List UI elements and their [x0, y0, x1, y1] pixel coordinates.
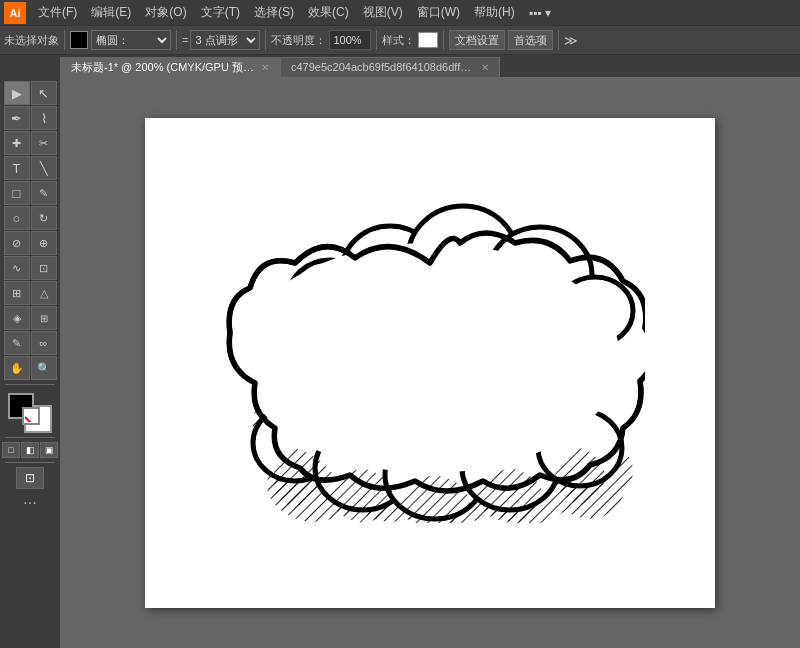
menu-bar: Ai 文件(F) 编辑(E) 对象(O) 文字(T) 选择(S) 效果(C) 视… — [0, 0, 800, 25]
tool-row-7: ⊘ ⊕ — [4, 231, 57, 255]
menu-extra[interactable]: ▪▪▪ ▾ — [523, 4, 557, 22]
preferences-button[interactable]: 首选项 — [508, 30, 553, 50]
color-area[interactable] — [8, 393, 52, 433]
ellipse-tool[interactable]: ○ — [4, 206, 30, 230]
sep4 — [376, 30, 377, 50]
tool-row-1: ▶ ↖ — [4, 81, 57, 105]
normal-screen-btn[interactable]: □ — [2, 442, 20, 458]
toolbox: ▶ ↖ ✒ ⌇ ✚ ✂ T ╲ □ ✎ ○ ↻ ⊘ ⊕ ∿ ⊡ — [0, 77, 60, 648]
tool-sep-3 — [5, 462, 55, 463]
hand-tool[interactable]: ✋ — [4, 356, 30, 380]
menu-select[interactable]: 选择(S) — [248, 2, 300, 23]
rect-tool[interactable]: □ — [4, 181, 30, 205]
tab-0[interactable]: 未标题-1* @ 200% (CMYK/GPU 预览) ✕ — [60, 57, 280, 77]
curvature-tool[interactable]: ⌇ — [31, 106, 57, 130]
opacity-input[interactable]: 100% — [329, 30, 371, 50]
points-select[interactable]: 3 点调形 — [190, 30, 260, 50]
main-layout: ▶ ↖ ✒ ⌇ ✚ ✂ T ╲ □ ✎ ○ ↻ ⊘ ⊕ ∿ ⊡ — [0, 77, 800, 648]
symbol-tool[interactable]: ⊞ — [4, 281, 30, 305]
fullscreen-btn[interactable]: ▣ — [40, 442, 58, 458]
tab-1[interactable]: c479e5c204acb69f5d8f64108d6dff9eafca586f… — [280, 57, 500, 77]
brush-type-select[interactable]: 椭圆： — [91, 30, 171, 50]
rotate-tool[interactable]: ↻ — [31, 206, 57, 230]
line-tool[interactable]: ╲ — [31, 156, 57, 180]
art-canvas — [145, 118, 715, 608]
menu-file[interactable]: 文件(F) — [32, 2, 83, 23]
menu-object[interactable]: 对象(O) — [139, 2, 192, 23]
menu-edit[interactable]: 编辑(E) — [85, 2, 137, 23]
menu-text[interactable]: 文字(T) — [195, 2, 246, 23]
doc-setup-button[interactable]: 文档设置 — [449, 30, 505, 50]
sep6 — [558, 30, 559, 50]
scale-tool[interactable]: ⊕ — [31, 231, 57, 255]
eyedropper-tool[interactable]: ✎ — [4, 331, 30, 355]
tool-row-3: ✚ ✂ — [4, 131, 57, 155]
screen-mode: □ ◧ ▣ — [2, 442, 58, 458]
fullscreen-preview-btn[interactable]: ◧ — [21, 442, 39, 458]
tool-row-4: T ╲ — [4, 156, 57, 180]
tool-row-9: ⊞ △ — [4, 281, 57, 305]
panel-icon: ⊡ — [16, 467, 44, 489]
warp-tool[interactable]: ∿ — [4, 256, 30, 280]
cloud-illustration — [215, 203, 645, 523]
tool-row-6: ○ ↻ — [4, 206, 57, 230]
tool-sep-1 — [5, 384, 55, 385]
tool-row-2: ✒ ⌇ — [4, 106, 57, 130]
free-transform-tool[interactable]: ⊡ — [31, 256, 57, 280]
tool-sep-2 — [5, 437, 55, 438]
tool-row-12: ✋ 🔍 — [4, 356, 57, 380]
sep3 — [265, 30, 266, 50]
menu-help[interactable]: 帮助(H) — [468, 2, 521, 23]
style-label: 样式： — [382, 33, 415, 48]
canvas-area[interactable] — [60, 77, 800, 648]
menu-view[interactable]: 视图(V) — [357, 2, 409, 23]
toolbar: 未选择对象 椭圆： = 3 点调形 不透明度： 100% 样式： 文档设置 首选… — [0, 25, 800, 55]
panel-btn[interactable]: ⊡ — [16, 467, 44, 489]
tool-row-8: ∿ ⊡ — [4, 256, 57, 280]
blend-tool[interactable]: ∞ — [31, 331, 57, 355]
type-tool[interactable]: T — [4, 156, 30, 180]
selection-label: 未选择对象 — [4, 33, 59, 48]
tool-row-11: ✎ ∞ — [4, 331, 57, 355]
tool-row-10: ◈ ⊞ — [4, 306, 57, 330]
select-tool[interactable]: ▶ — [4, 81, 30, 105]
tabs-row: 未标题-1* @ 200% (CMYK/GPU 预览) ✕ c479e5c204… — [0, 55, 800, 77]
scissors-tool[interactable]: ✂ — [31, 131, 57, 155]
anchor-tool[interactable]: ✚ — [4, 131, 30, 155]
zoom-tool[interactable]: 🔍 — [31, 356, 57, 380]
paintbrush-tool[interactable]: ✎ — [31, 181, 57, 205]
tool-row-5: □ ✎ — [4, 181, 57, 205]
style-preview[interactable] — [418, 32, 438, 48]
gradient-tool[interactable]: ◈ — [4, 306, 30, 330]
mesh-tool[interactable]: ⊞ — [31, 306, 57, 330]
tab-0-close[interactable]: ✕ — [261, 62, 269, 73]
panel-toggle-icon[interactable]: ≫ — [564, 33, 578, 48]
pen-tool[interactable]: ✒ — [4, 106, 30, 130]
app-logo: Ai — [4, 2, 26, 24]
more-tools-btn[interactable]: ··· — [23, 494, 36, 512]
points-prefix: = — [182, 34, 188, 46]
graph-tool[interactable]: △ — [31, 281, 57, 305]
none-swatch[interactable] — [22, 407, 40, 425]
menu-effect[interactable]: 效果(C) — [302, 2, 355, 23]
svg-point-12 — [240, 243, 620, 473]
reflect-tool[interactable]: ⊘ — [4, 231, 30, 255]
tab-1-close[interactable]: ✕ — [481, 62, 489, 73]
menu-window[interactable]: 窗口(W) — [411, 2, 466, 23]
sep1 — [64, 30, 65, 50]
opacity-label: 不透明度： — [271, 33, 326, 48]
sep2 — [176, 30, 177, 50]
sep5 — [443, 30, 444, 50]
direct-select-tool[interactable]: ↖ — [31, 81, 57, 105]
stroke-color-box[interactable] — [70, 31, 88, 49]
